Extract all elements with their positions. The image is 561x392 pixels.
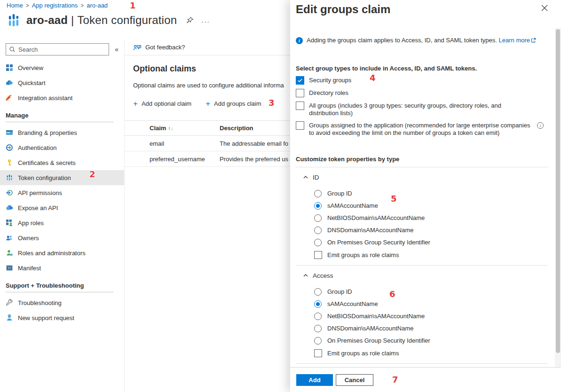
radio-unselected[interactable] bbox=[314, 239, 322, 246]
more-options-icon[interactable]: ... bbox=[201, 18, 210, 23]
radio-access-dnsdomain[interactable]: DNSDomain\sAMAccountName bbox=[296, 324, 555, 332]
radio-access-group-id[interactable]: Group ID bbox=[296, 288, 555, 296]
radio-id-group-id[interactable]: Group ID bbox=[296, 189, 555, 197]
checkbox-id-emit-groups[interactable]: Emit groups as role claims bbox=[296, 251, 555, 259]
signin-arrow-icon bbox=[6, 144, 13, 151]
radio-unselected[interactable] bbox=[314, 214, 322, 222]
learn-more-link[interactable]: Learn more bbox=[499, 37, 530, 44]
step-annotation-2: 2 bbox=[89, 169, 95, 179]
info-banner: i Adding the groups claim applies to Acc… bbox=[296, 37, 555, 44]
radio-unselected[interactable] bbox=[314, 227, 322, 234]
sidebar-item-authentication[interactable]: Authentication bbox=[0, 140, 124, 155]
checkbox-access-emit-groups[interactable]: Emit groups as role claims bbox=[296, 349, 555, 357]
radio-id-onprem-sid[interactable]: On Premises Group Security Identifier bbox=[296, 238, 555, 246]
sidebar-item-api-permissions[interactable]: API permissions bbox=[0, 185, 124, 200]
breadcrumb-home[interactable]: Home bbox=[7, 2, 23, 9]
main-content: Got feedback? Optional claims Optional c… bbox=[125, 39, 290, 392]
person-admin-icon bbox=[6, 249, 13, 257]
sidebar-search[interactable] bbox=[6, 43, 109, 55]
cancel-button[interactable]: Cancel bbox=[336, 374, 373, 386]
radio-unselected[interactable] bbox=[314, 288, 322, 296]
checkbox-unchecked[interactable] bbox=[296, 102, 304, 110]
close-icon[interactable] bbox=[541, 5, 548, 11]
step-annotation-7: 7 bbox=[392, 375, 398, 384]
sidebar-item-overview[interactable]: Overview bbox=[0, 60, 124, 75]
sidebar-item-manifest[interactable]: Manifest bbox=[0, 260, 124, 275]
section-id-header[interactable]: ID bbox=[296, 173, 555, 181]
divider bbox=[296, 265, 548, 266]
radio-id-dnsdomain[interactable]: DNSDomain\sAMAccountName bbox=[296, 226, 555, 234]
radio-unselected[interactable] bbox=[314, 337, 322, 345]
breadcrumb-aro-aad[interactable]: aro-aad bbox=[87, 2, 108, 9]
section-access-header[interactable]: Access bbox=[296, 271, 555, 280]
wrench-icon bbox=[6, 299, 13, 306]
radio-selected[interactable] bbox=[314, 300, 322, 308]
sidebar-section-manage: Manage bbox=[0, 105, 124, 121]
column-claim[interactable]: Claim↑↓ bbox=[150, 125, 220, 132]
checkbox-unchecked[interactable] bbox=[314, 251, 322, 259]
radio-unselected[interactable] bbox=[314, 313, 322, 320]
people-icon bbox=[6, 234, 13, 242]
radio-id-samaccountname[interactable]: sAMAccountName bbox=[296, 202, 555, 210]
table-row[interactable]: preferred_username Provides the preferre… bbox=[125, 151, 290, 167]
checkbox-unchecked[interactable] bbox=[296, 121, 304, 130]
sidebar-item-roles-and-administrators[interactable]: Roles and administrators bbox=[0, 245, 124, 260]
panel-title: Edit groups claim bbox=[296, 3, 390, 16]
sidebar-item-branding-properties[interactable]: Branding & properties bbox=[0, 125, 124, 140]
radio-access-netbiosdomain[interactable]: NetBIOSDomain\sAMAccountName bbox=[296, 312, 555, 320]
code-window-icon bbox=[6, 264, 13, 272]
scrollbar[interactable] bbox=[555, 28, 561, 367]
grid-icon bbox=[6, 64, 13, 71]
checkbox-groups-assigned[interactable]: Groups assigned to the application (reco… bbox=[296, 121, 555, 137]
search-input[interactable] bbox=[18, 46, 106, 53]
sidebar-item-expose-an-api[interactable]: Expose an API bbox=[0, 200, 124, 215]
checkbox-security-groups[interactable]: Security groups bbox=[296, 76, 555, 85]
page-title: aro-aad | Token configuration bbox=[26, 14, 177, 27]
info-tooltip-icon[interactable]: i bbox=[537, 122, 544, 129]
breadcrumb: Home > App registrations > aro-aad bbox=[7, 2, 108, 9]
scrollbar-thumb[interactable] bbox=[556, 29, 560, 353]
table-row[interactable]: email The addressable email fo bbox=[125, 136, 290, 151]
got-feedback-button[interactable]: Got feedback? bbox=[125, 39, 290, 55]
pin-icon[interactable] bbox=[186, 16, 194, 24]
breadcrumb-separator: > bbox=[26, 2, 29, 9]
info-icon: i bbox=[296, 37, 303, 44]
radio-id-netbiosdomain[interactable]: NetBIOSDomain\sAMAccountName bbox=[296, 214, 555, 222]
rocket-icon bbox=[6, 94, 13, 102]
radio-selected[interactable] bbox=[314, 202, 322, 210]
checkbox-all-groups[interactable]: All groups (includes 3 group types: secu… bbox=[296, 102, 555, 117]
radio-unselected[interactable] bbox=[314, 325, 322, 332]
sidebar-item-integration-assistant[interactable]: Integration assistant bbox=[0, 90, 124, 105]
step-annotation-6: 6 bbox=[389, 289, 395, 299]
sidebar-item-quickstart[interactable]: Quickstart bbox=[0, 75, 124, 90]
checkbox-directory-roles[interactable]: Directory roles bbox=[296, 89, 555, 97]
radio-access-samaccountname[interactable]: sAMAccountName bbox=[296, 300, 555, 308]
feedback-icon bbox=[133, 44, 142, 51]
divider bbox=[6, 122, 114, 122]
sidebar-section-support: Support + Troubleshooting bbox=[0, 275, 124, 291]
cloud-icon bbox=[6, 204, 13, 212]
sidebar-item-owners[interactable]: Owners bbox=[0, 230, 124, 245]
sidebar-item-token-configuration[interactable]: Token configuration bbox=[0, 170, 124, 185]
add-optional-claim-button[interactable]: + Add optional claim bbox=[133, 100, 191, 107]
add-groups-claim-button[interactable]: + Add groups claim bbox=[205, 100, 261, 107]
step-annotation-5: 5 bbox=[391, 194, 397, 204]
add-button[interactable]: Add bbox=[296, 374, 333, 386]
sidebar-item-app-roles[interactable]: App roles bbox=[0, 215, 124, 230]
radio-unselected[interactable] bbox=[314, 190, 322, 197]
divider bbox=[6, 292, 114, 292]
sidebar-item-troubleshooting[interactable]: Troubleshooting bbox=[0, 295, 124, 310]
step-annotation-3: 3 bbox=[269, 98, 275, 108]
checkbox-unchecked[interactable] bbox=[296, 89, 304, 97]
external-link-icon bbox=[531, 38, 536, 43]
checkbox-checked[interactable] bbox=[296, 76, 304, 85]
sidebar-item-certificates-secrets[interactable]: Certificates & secrets bbox=[0, 155, 124, 170]
breadcrumb-app-registrations[interactable]: App registrations bbox=[32, 2, 78, 9]
support-person-icon bbox=[6, 314, 13, 321]
checkbox-unchecked[interactable] bbox=[314, 349, 322, 357]
sidebar-item-new-support-request[interactable]: New support request bbox=[0, 310, 124, 325]
api-arrow-icon bbox=[6, 189, 13, 196]
column-description[interactable]: Description bbox=[220, 125, 290, 132]
collapse-sidebar-icon[interactable]: « bbox=[113, 46, 120, 53]
radio-access-onprem-sid[interactable]: On Premises Group Security Identifier bbox=[296, 337, 555, 345]
